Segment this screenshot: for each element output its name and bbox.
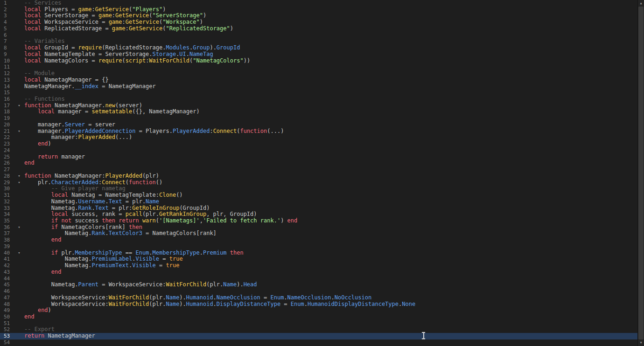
line-number: 33: [0, 205, 16, 212]
code-line[interactable]: 25 return manager: [0, 154, 637, 160]
code-line[interactable]: 23 end): [0, 141, 637, 147]
code-line[interactable]: 50end: [0, 314, 637, 320]
line-number: 2: [0, 7, 16, 13]
code-line[interactable]: 39: [0, 243, 637, 250]
line-number: 11: [0, 64, 16, 70]
code-text: Nametag.Rank.Text = plr:GetRoleInGroup(G…: [22, 205, 210, 212]
code-text: function NametagManager:PlayerAdded(plr): [22, 173, 159, 180]
code-line[interactable]: 31 local Nametag = NametagTemplate:Clone…: [0, 192, 637, 199]
line-number: 15: [0, 90, 16, 96]
code-line[interactable]: 52-- Export: [0, 326, 637, 333]
code-text: -- Services: [22, 0, 61, 7]
code-line[interactable]: 51: [0, 320, 637, 327]
code-line[interactable]: 29▾ plr.CharacterAdded:Connect(function(…: [0, 180, 637, 186]
code-line[interactable]: 38 end: [0, 237, 637, 243]
code-line-active[interactable]: 53return NametagManager: [0, 333, 637, 339]
line-number: 52: [0, 326, 16, 333]
code-line[interactable]: 10local NametagColors = require(script:W…: [0, 58, 637, 64]
code-line[interactable]: 44: [0, 276, 637, 282]
code-line[interactable]: 28▾function NametagManager:PlayerAdded(p…: [0, 173, 637, 180]
code-text: -- Variables: [22, 38, 65, 45]
code-line[interactable]: 40▾ if plr.MembershipType == Enum.Member…: [0, 250, 637, 256]
code-line[interactable]: 18 local manager = setmetatable({}, Name…: [0, 109, 637, 115]
code-text: Nametag.Rank.TextColor3 = NametagColors[…: [22, 230, 217, 237]
scrollbar-up-arrow-icon[interactable]: ▲: [638, 0, 644, 7]
fold-arrow-icon[interactable]: ▾: [16, 224, 22, 231]
code-line[interactable]: 33 Nametag.Rank.Text = plr:GetRoleInGrou…: [0, 205, 637, 212]
line-number: 50: [0, 314, 16, 320]
code-line[interactable]: 21▾ manager.PlayerAddedConnection = Play…: [0, 128, 637, 135]
fold-arrow-icon[interactable]: ▾: [16, 250, 22, 256]
line-number: 42: [0, 263, 16, 269]
line-number: 3: [0, 13, 16, 19]
line-number: 20: [0, 122, 16, 128]
fold-arrow-icon[interactable]: ▾: [16, 128, 22, 135]
script-editor[interactable]: 1-- Services2local Players = game:GetSer…: [0, 0, 644, 346]
code-line[interactable]: 6: [0, 32, 637, 39]
line-number: 10: [0, 58, 16, 64]
code-line[interactable]: 5local ReplicatedStorage = game:GetServi…: [0, 26, 637, 32]
code-text: plr.CharacterAdded:Connect(function(): [22, 180, 162, 186]
code-line[interactable]: 22 manager:PlayerAdded(...): [0, 134, 637, 141]
code-text: local Players = game:GetService("Players…: [22, 7, 166, 13]
code-text: return manager: [22, 154, 85, 160]
code-text: Nametag.PremiumText.Visible = true: [22, 263, 179, 269]
code-text: -- Export: [22, 326, 55, 333]
code-text: Nametag.Username.Text = plr.Name: [22, 199, 159, 205]
code-line[interactable]: 27: [0, 166, 637, 173]
code-line[interactable]: 34 local success, rank = pcall(plr.GetRa…: [0, 211, 637, 218]
vertical-scrollbar[interactable]: ▲ ▼: [637, 0, 644, 346]
fold-arrow-icon[interactable]: ▾: [16, 173, 22, 180]
code-line[interactable]: 7-- Variables: [0, 38, 637, 45]
code-line[interactable]: 8local GroupId = require(ReplicatedStora…: [0, 45, 637, 51]
code-line[interactable]: 19: [0, 115, 637, 122]
line-number: 43: [0, 269, 16, 276]
code-line[interactable]: 14NametagManager.__index = NametagManage…: [0, 83, 637, 90]
code-line[interactable]: 9local NametagTemplate = ServerStorage.S…: [0, 51, 637, 58]
code-line[interactable]: 12-- Module: [0, 70, 637, 77]
line-number: 19: [0, 115, 16, 122]
code-line[interactable]: 26end: [0, 160, 637, 166]
code-line[interactable]: 11: [0, 64, 637, 70]
code-line[interactable]: 42 Nametag.PremiumText.Visible = true: [0, 263, 637, 269]
code-line[interactable]: 17▾function NametagManager.new(server): [0, 103, 637, 109]
code-text: function NametagManager.new(server): [22, 103, 142, 109]
fold-arrow-icon[interactable]: ▾: [16, 103, 22, 109]
code-line[interactable]: 35 if not success then return warn('[Nam…: [0, 218, 637, 224]
code-line[interactable]: 48 WorkspaceService:WaitForChild(plr.Nam…: [0, 301, 637, 308]
code-line[interactable]: 47 WorkspaceService:WaitForChild(plr.Nam…: [0, 295, 637, 301]
scrollbar-down-arrow-icon[interactable]: ▼: [638, 339, 644, 346]
code-text: manager:PlayerAdded(...): [22, 134, 132, 141]
code-line[interactable]: 3local ServerStorage = game:GetService("…: [0, 13, 637, 19]
code-text: WorkspaceService:WaitForChild(plr.Name).…: [22, 295, 371, 301]
code-line[interactable]: 49 end): [0, 307, 637, 314]
line-number: 38: [0, 237, 16, 243]
line-number: 53: [0, 333, 16, 339]
code-line[interactable]: 1-- Services: [0, 0, 637, 7]
code-area[interactable]: 1-- Services2local Players = game:GetSer…: [0, 0, 637, 346]
code-line[interactable]: 54: [0, 339, 637, 346]
code-line[interactable]: 20 manager.Server = server: [0, 122, 637, 128]
code-line[interactable]: 24: [0, 147, 637, 154]
code-line[interactable]: 37 Nametag.Rank.TextColor3 = NametagColo…: [0, 230, 637, 237]
code-line[interactable]: 32 Nametag.Username.Text = plr.Name: [0, 199, 637, 205]
code-line[interactable]: 13local NametagManager = {}: [0, 77, 637, 83]
code-line[interactable]: 41 Nametag.PremiumLabel.Visible = true: [0, 256, 637, 263]
code-line[interactable]: 4local WorkspaceService = game:GetServic…: [0, 19, 637, 26]
code-text: -- Give player nametag: [22, 186, 126, 192]
code-line[interactable]: 45 Nametag.Parent = WorkspaceService:Wai…: [0, 282, 637, 288]
scrollbar-thumb[interactable]: [638, 7, 644, 339]
code-line[interactable]: 36▾ if NametagColors[rank] then: [0, 224, 637, 231]
code-text: local NametagColors = require(script:Wai…: [22, 58, 250, 64]
code-line[interactable]: 46: [0, 288, 637, 295]
code-line[interactable]: 16-- Functions: [0, 96, 637, 103]
code-line[interactable]: 2local Players = game:GetService("Player…: [0, 7, 637, 13]
code-line[interactable]: 30 -- Give player nametag: [0, 186, 637, 192]
code-line[interactable]: 43 end: [0, 269, 637, 276]
code-line[interactable]: 15: [0, 90, 637, 96]
line-number: 29: [0, 180, 16, 186]
line-number: 46: [0, 288, 16, 295]
fold-arrow-icon[interactable]: ▾: [16, 180, 22, 186]
line-number: 9: [0, 51, 16, 58]
code-text: local success, rank = pcall(plr.GetRankI…: [22, 211, 257, 218]
